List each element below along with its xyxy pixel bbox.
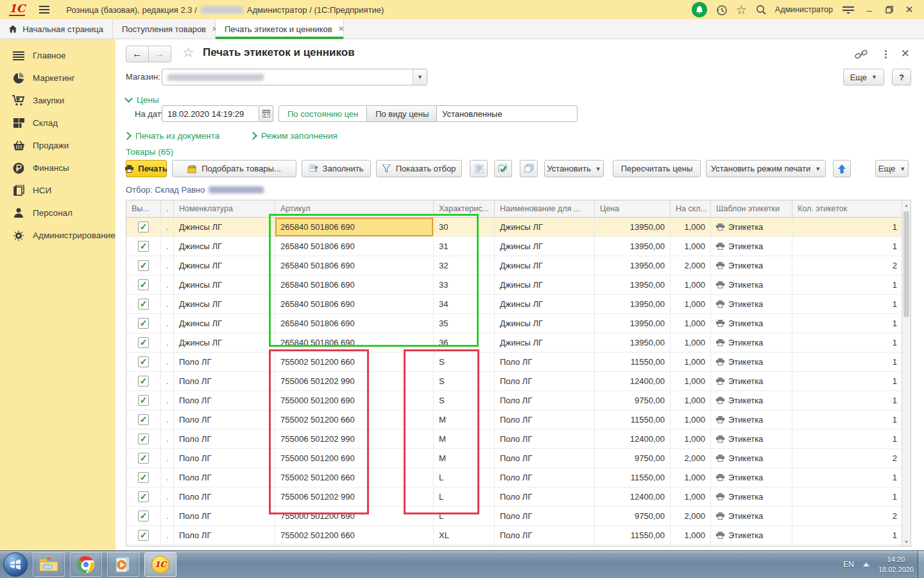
- cell-variant[interactable]: L: [434, 487, 495, 506]
- cell-display-name[interactable]: Поло ЛГ: [495, 449, 595, 468]
- cell-label-template[interactable]: Этикетка: [711, 526, 792, 545]
- more-options-icon[interactable]: [885, 50, 887, 58]
- cell-display-name[interactable]: Джинсы ЛГ: [495, 237, 595, 256]
- show-desktop-button[interactable]: [918, 551, 924, 578]
- cell-label-template[interactable]: Этикетка: [711, 468, 792, 487]
- cell-label-template[interactable]: Этикетка: [711, 237, 792, 256]
- pick-goods-button[interactable]: Подобрать товары...: [172, 160, 296, 177]
- cell-labels-count[interactable]: 1: [792, 545, 903, 547]
- row-checkbox[interactable]: ✓: [126, 353, 161, 371]
- calendar-icon[interactable]: [259, 105, 273, 122]
- cell-label-template[interactable]: Этикетка: [711, 314, 792, 333]
- cell-labels-count[interactable]: 1: [792, 526, 903, 545]
- cell-label-template[interactable]: Этикетка: [711, 545, 792, 547]
- cell-display-name[interactable]: Джинсы ЛГ: [495, 256, 595, 275]
- row-checkbox[interactable]: ✓: [126, 372, 161, 390]
- cell-nomenclature[interactable]: Джинсы ЛГ: [174, 333, 275, 352]
- taskbar-media-player-button[interactable]: [107, 552, 139, 577]
- column-header-variant[interactable]: Характерис...: [434, 200, 495, 217]
- cell-labels-count[interactable]: 1: [792, 333, 903, 352]
- cell-label-template[interactable]: Этикетка: [711, 276, 792, 294]
- sidebar-item-nsi[interactable]: НСИ: [0, 179, 116, 202]
- cell-variant[interactable]: 33: [434, 276, 495, 294]
- cell-labels-count[interactable]: 1: [792, 391, 903, 410]
- cell-price[interactable]: 13950,00: [595, 237, 671, 256]
- cell-label-template[interactable]: Этикетка: [711, 410, 792, 429]
- cell-nomenclature[interactable]: Поло ЛГ: [174, 487, 275, 506]
- main-menu-icon[interactable]: [39, 6, 49, 13]
- cell-nomenclature[interactable]: Поло ЛГ: [174, 391, 275, 410]
- uncheck-all-button[interactable]: [520, 160, 538, 177]
- cell-stock[interactable]: 1,000: [671, 545, 711, 547]
- cell-stock[interactable]: 1,000: [671, 430, 711, 448]
- cell-sku[interactable]: 755006 501202 990: [275, 430, 434, 448]
- cell-labels-count[interactable]: 2: [792, 449, 903, 468]
- table-row[interactable]: ✓.Джинсы ЛГ265840 501806 69031Джинсы ЛГ1…: [126, 237, 903, 256]
- row-checkbox[interactable]: ✓: [126, 449, 161, 468]
- cell-display-name[interactable]: Джинсы ЛГ: [495, 314, 595, 333]
- cell-nomenclature[interactable]: Джинсы ЛГ: [174, 237, 275, 256]
- toggle-by-price-state[interactable]: По состоянию цен: [278, 105, 367, 122]
- toggle-by-price-kind[interactable]: По виду цены: [367, 105, 438, 122]
- cell-price[interactable]: 9750,00: [595, 507, 671, 525]
- cell-price[interactable]: 11550,00: [595, 526, 671, 545]
- cell-sku[interactable]: 755006 501202 990: [275, 545, 434, 547]
- row-checkbox[interactable]: ✓: [126, 391, 161, 410]
- sidebar-item-sales[interactable]: Продажи: [0, 134, 116, 157]
- tab-home-page[interactable]: Начальная страница: [0, 19, 113, 39]
- cell-stock[interactable]: 1,000: [671, 526, 711, 545]
- cell-variant[interactable]: L: [434, 507, 495, 525]
- list-settings-button[interactable]: [470, 160, 488, 177]
- cell-stock[interactable]: 1,000: [671, 314, 711, 333]
- scroll-up-icon[interactable]: ▲: [902, 200, 911, 209]
- cell-display-name[interactable]: Джинсы ЛГ: [495, 276, 595, 294]
- cell-labels-count[interactable]: 1: [792, 295, 903, 313]
- favorites-star-icon[interactable]: ☆: [736, 3, 747, 17]
- cell-price[interactable]: 11550,00: [595, 353, 671, 371]
- cell-sku[interactable]: 265840 501806 690: [275, 276, 434, 294]
- cell-display-name[interactable]: Джинсы ЛГ: [495, 333, 595, 352]
- more-button-toolbar[interactable]: Еще▼: [875, 160, 909, 177]
- cell-display-name[interactable]: Поло ЛГ: [495, 468, 595, 487]
- column-header-nomenclature[interactable]: Номенклатура: [174, 200, 275, 217]
- sidebar-item-administration[interactable]: Администрирование: [0, 224, 116, 247]
- set-button[interactable]: Установить▼: [544, 160, 604, 177]
- cell-price[interactable]: 12400,00: [595, 430, 671, 448]
- cell-sku[interactable]: 265840 501806 690: [275, 256, 434, 275]
- date-input[interactable]: 18.02.2020 14:19:29: [162, 105, 259, 122]
- row-checkbox[interactable]: ✓: [126, 430, 161, 448]
- cell-labels-count[interactable]: 1: [792, 468, 903, 487]
- cell-label-template[interactable]: Этикетка: [711, 353, 792, 371]
- store-combobox[interactable]: ▼: [162, 69, 427, 85]
- row-checkbox[interactable]: ✓: [126, 295, 161, 313]
- cell-labels-count[interactable]: 1: [792, 430, 903, 448]
- get-link-icon[interactable]: [855, 49, 868, 62]
- column-header-sku[interactable]: Артикул: [275, 200, 434, 217]
- cell-variant[interactable]: 31: [434, 237, 495, 256]
- table-row[interactable]: ✓.Поло ЛГ755006 501202 990XLПоло ЛГ12400…: [126, 545, 903, 547]
- table-row[interactable]: ✓.Джинсы ЛГ265840 501806 69034Джинсы ЛГ1…: [126, 295, 903, 314]
- cell-label-template[interactable]: Этикетка: [711, 218, 792, 236]
- cell-variant[interactable]: M: [434, 410, 495, 429]
- cell-display-name[interactable]: Джинсы ЛГ: [495, 218, 595, 236]
- row-checkbox[interactable]: ✓: [126, 276, 161, 294]
- cell-nomenclature[interactable]: Поло ЛГ: [174, 353, 275, 371]
- cell-labels-count[interactable]: 1: [792, 218, 903, 236]
- cell-sku[interactable]: 265840 501806 690: [275, 314, 434, 333]
- cell-sku[interactable]: 265840 501806 690: [275, 333, 434, 352]
- row-checkbox[interactable]: ✓: [126, 545, 161, 547]
- column-header-stock[interactable]: На скл...: [671, 200, 711, 217]
- cell-sku[interactable]: 265840 501806 690: [275, 218, 434, 236]
- row-checkbox[interactable]: ✓: [126, 314, 161, 333]
- column-header-display-name[interactable]: Наименование для ...: [495, 200, 595, 217]
- cell-price[interactable]: 12400,00: [595, 372, 671, 390]
- table-row[interactable]: ✓.Джинсы ЛГ265840 501806 69036Джинсы ЛГ1…: [126, 333, 903, 353]
- cell-sku[interactable]: 755006 501202 990: [275, 372, 434, 390]
- taskbar-clock[interactable]: 14:20 18.02.2020: [878, 554, 914, 575]
- cell-variant[interactable]: 36: [434, 333, 495, 352]
- cell-label-template[interactable]: Этикетка: [711, 333, 792, 352]
- row-checkbox[interactable]: ✓: [126, 487, 161, 506]
- row-checkbox[interactable]: ✓: [126, 526, 161, 545]
- set-print-mode-button[interactable]: Установить режим печати▼: [706, 160, 826, 177]
- cell-price[interactable]: 12400,00: [595, 487, 671, 506]
